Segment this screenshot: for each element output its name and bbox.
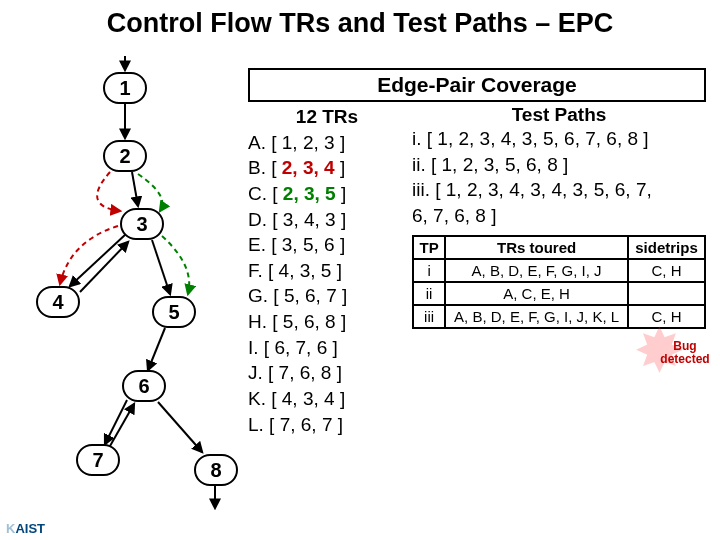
tr-item: J. [ 7, 6, 8 ] (248, 360, 406, 386)
th-tp: TP (413, 236, 445, 259)
graph-node-7: 7 (76, 444, 120, 476)
graph-node-3: 3 (120, 208, 164, 240)
graph-node-6: 6 (122, 370, 166, 402)
svg-line-3 (70, 234, 126, 286)
trs-header: 12 TRs (248, 104, 406, 130)
svg-line-6 (148, 328, 165, 370)
tr-item: G. [ 5, 6, 7 ] (248, 283, 406, 309)
tr-item: K. [ 4, 3, 4 ] (248, 386, 406, 412)
svg-line-8 (158, 402, 202, 452)
svg-line-7 (105, 400, 127, 444)
th-sidetrips: sidetrips (628, 236, 705, 259)
epc-heading: Edge-Pair Coverage (248, 68, 706, 102)
svg-line-4 (152, 240, 170, 294)
tr-item: A. [ 1, 2, 3 ] (248, 130, 406, 156)
graph-node-5: 5 (152, 296, 196, 328)
th-toured: TRs toured (445, 236, 628, 259)
test-path-item: i. [ 1, 2, 3, 4, 3, 5, 6, 7, 6, 8 ] (412, 126, 706, 152)
test-path-item: iii. [ 1, 2, 3, 4, 3, 4, 3, 5, 6, 7, (412, 177, 706, 203)
test-path-item: 6, 7, 6, 8 ] (412, 203, 706, 229)
table-row: ii A, C, E, H (413, 282, 705, 305)
bug-detected-star: ✸ Bug detected (650, 340, 720, 365)
tr-item: B. [ 2, 3, 4 ] (248, 155, 406, 181)
page-title: Control Flow TRs and Test Paths – EPC (0, 0, 720, 43)
graph-node-1: 1 (103, 72, 147, 104)
tr-item: L. [ 7, 6, 7 ] (248, 412, 406, 438)
svg-line-5 (80, 242, 128, 292)
kaist-logo: KAIST (6, 521, 45, 536)
graph-node-4: 4 (36, 286, 80, 318)
graph-node-2: 2 (103, 140, 147, 172)
test-path-item: ii. [ 1, 2, 3, 5, 6, 8 ] (412, 152, 706, 178)
graph-panel: 1 2 3 4 5 6 7 8 (10, 56, 260, 516)
tr-item: F. [ 4, 3, 5 ] (248, 258, 406, 284)
svg-line-9 (110, 404, 134, 446)
tr-item: E. [ 3, 5, 6 ] (248, 232, 406, 258)
svg-line-2 (132, 172, 138, 206)
test-paths-column: Test Paths i. [ 1, 2, 3, 4, 3, 5, 6, 7, … (412, 104, 706, 437)
tr-item: H. [ 5, 6, 8 ] (248, 309, 406, 335)
trs-column: 12 TRs A. [ 1, 2, 3 ] B. [ 2, 3, 4 ] C. … (248, 104, 406, 437)
tr-item: D. [ 3, 4, 3 ] (248, 207, 406, 233)
tours-table: TP TRs toured sidetrips i A, B, D, E, F,… (412, 235, 706, 329)
tr-item: I. [ 6, 7, 6 ] (248, 335, 406, 361)
tr-item: C. [ 2, 3, 5 ] (248, 181, 406, 207)
table-row: i A, B, D, E, F, G, I, J C, H (413, 259, 705, 282)
test-paths-header: Test Paths (412, 104, 706, 126)
graph-node-8: 8 (194, 454, 238, 486)
